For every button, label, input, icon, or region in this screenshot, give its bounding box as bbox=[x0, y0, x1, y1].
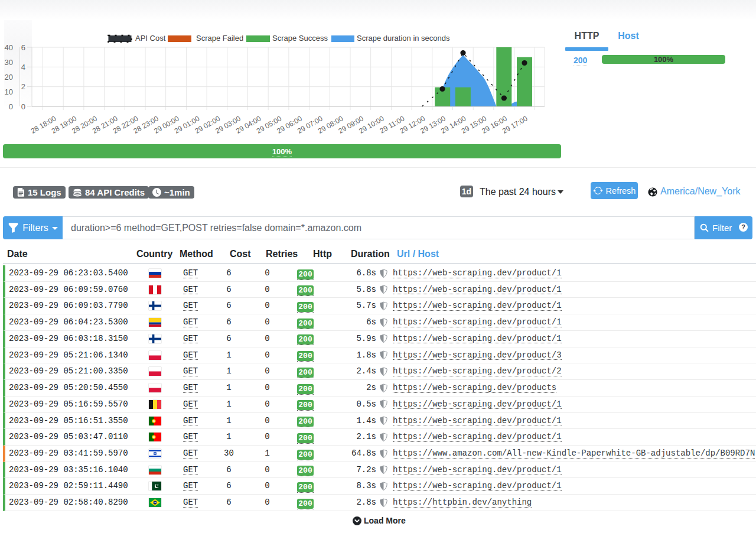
svg-text:Scrape duration in seconds: Scrape duration in seconds bbox=[357, 34, 450, 43]
svg-text:30: 30 bbox=[5, 58, 13, 67]
svg-text:40: 40 bbox=[5, 43, 13, 52]
svg-text:10: 10 bbox=[5, 87, 13, 96]
svg-text:2: 2 bbox=[21, 82, 25, 91]
svg-text:API Cost: API Cost bbox=[135, 34, 166, 43]
svg-text:4: 4 bbox=[21, 63, 25, 72]
svg-text:6: 6 bbox=[21, 43, 25, 52]
svg-text:0: 0 bbox=[9, 102, 13, 111]
svg-text:20: 20 bbox=[5, 73, 13, 82]
svg-text:Scrape Success: Scrape Success bbox=[272, 34, 328, 43]
svg-text:0: 0 bbox=[21, 102, 25, 111]
svg-text:Scrape Failed: Scrape Failed bbox=[196, 34, 243, 43]
